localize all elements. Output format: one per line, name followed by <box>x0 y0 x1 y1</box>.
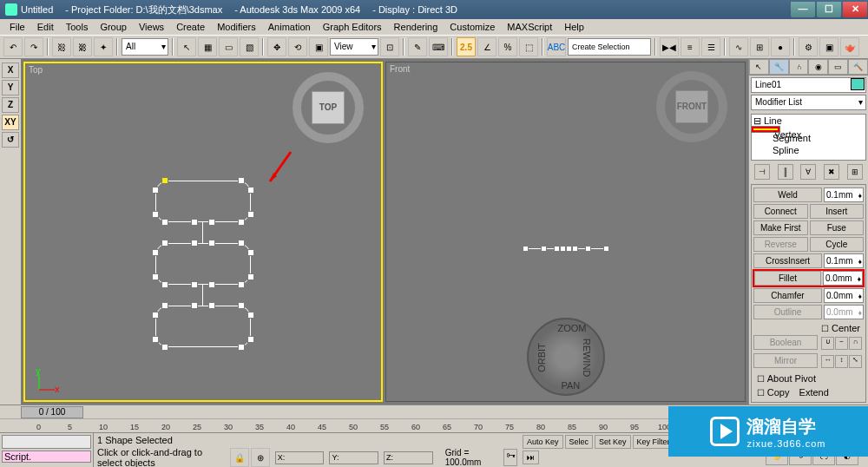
menu-grapheditors[interactable]: Graph Editors <box>317 22 388 32</box>
script-input[interactable]: Script. <box>2 451 91 463</box>
bool-sub-icon[interactable]: − <box>835 337 848 350</box>
menu-customize[interactable]: Customize <box>444 22 501 32</box>
pin-stack-button[interactable]: ⊣ <box>754 164 770 180</box>
anim-dropdown[interactable]: Selec <box>565 435 594 449</box>
fillet-button[interactable]: Fillet <box>754 271 821 286</box>
spinner-snap-button[interactable]: ⬚ <box>519 37 538 56</box>
axis-x-button[interactable]: X <box>2 62 19 78</box>
close-button[interactable]: ✕ <box>843 2 867 17</box>
coord-x[interactable] <box>275 451 325 464</box>
menu-rendering[interactable]: Rendering <box>388 22 444 32</box>
mirror-h-icon[interactable]: ↔ <box>821 355 834 368</box>
angle-snap-button[interactable]: ∠ <box>477 37 496 56</box>
pivot-button[interactable]: ⊡ <box>380 37 399 56</box>
menu-maxscript[interactable]: MAXScript <box>501 22 558 32</box>
menu-help[interactable]: Help <box>558 22 590 32</box>
aboutpivot-check[interactable]: ☐ About Pivot <box>753 372 864 385</box>
link-button[interactable]: ⛓ <box>52 37 71 56</box>
window-crossing-button[interactable]: ▧ <box>240 37 259 56</box>
mini-listener[interactable] <box>2 435 91 449</box>
modifier-list-dropdown[interactable]: Modifier List <box>751 95 866 110</box>
render-frame-button[interactable]: ▣ <box>819 37 838 56</box>
axis-y-button[interactable]: Y <box>2 80 19 95</box>
manip-button[interactable]: ✎ <box>408 37 427 56</box>
coord-z[interactable] <box>384 451 433 464</box>
cycle-button[interactable]: Cycle <box>810 237 865 252</box>
undo-button[interactable]: ↶ <box>3 37 23 56</box>
render-button[interactable]: 🫖 <box>840 37 859 56</box>
chamfer-spinner[interactable]: 0.0mm <box>824 288 864 303</box>
object-color-swatch[interactable] <box>851 78 865 90</box>
axis-cycle-button[interactable]: ↺ <box>2 132 19 148</box>
tab-create[interactable]: ↖ <box>749 59 769 75</box>
autokey-button[interactable]: Auto Key <box>523 435 563 449</box>
snap-button[interactable]: 2.5 <box>457 37 476 56</box>
minimize-button[interactable]: — <box>791 2 815 17</box>
unique-button[interactable]: ∀ <box>800 164 816 180</box>
menu-tools[interactable]: Tools <box>60 22 95 32</box>
schematic-button[interactable]: ⊞ <box>750 37 769 56</box>
select-name-button[interactable]: ▦ <box>198 37 217 56</box>
refcoord-dropdown[interactable]: View <box>330 38 378 56</box>
tab-modify[interactable]: 🔧 <box>769 59 789 75</box>
lock-sel-icon[interactable]: 🔒 <box>230 448 249 467</box>
tab-utilities[interactable]: 🔨 <box>848 59 868 75</box>
viewcube-front[interactable]: FRONT <box>656 71 727 142</box>
stack-spline[interactable]: Spline <box>752 144 865 156</box>
maximize-button[interactable]: ☐ <box>817 2 841 17</box>
percent-snap-button[interactable]: % <box>498 37 517 56</box>
selection-set-dropdown[interactable]: Create Selection Set <box>568 38 651 56</box>
key-lock-icon[interactable]: 🗝 <box>503 449 517 466</box>
bind-button[interactable]: ✦ <box>94 37 113 56</box>
bool-union-icon[interactable]: ∪ <box>821 337 834 350</box>
outline-spinner[interactable]: 0.0mm <box>824 305 864 319</box>
weld-button[interactable]: Weld <box>753 187 822 202</box>
align-button[interactable]: ≡ <box>681 37 700 56</box>
copy-check[interactable]: ☐ Copy Extend <box>753 385 864 399</box>
chamfer-button[interactable]: Chamfer <box>753 288 822 303</box>
menu-animation[interactable]: Animation <box>262 22 317 32</box>
mirror-v-icon[interactable]: ↕ <box>835 355 848 368</box>
layers-button[interactable]: ☰ <box>701 37 720 56</box>
menu-modifiers[interactable]: Modifiers <box>211 22 262 32</box>
object-name-field[interactable]: Line01 <box>751 77 866 93</box>
keymode-button[interactable]: ⌨ <box>429 37 448 56</box>
show-end-button[interactable]: ║ <box>778 164 793 180</box>
nsel-button[interactable]: ABC <box>547 37 566 56</box>
select-button[interactable]: ↖ <box>177 37 196 56</box>
viewport-top[interactable]: Top TOP <box>23 62 383 402</box>
stack-line[interactable]: Line <box>752 115 865 127</box>
render-setup-button[interactable]: ⚙ <box>799 37 818 56</box>
fillet-spinner[interactable]: 0.0mm <box>823 271 863 286</box>
abs-rel-icon[interactable]: ⊕ <box>251 448 270 467</box>
steering-wheel[interactable]: ZOOM PAN ORBIT REWIND <box>527 318 605 396</box>
scale-button[interactable]: ▣ <box>309 37 328 56</box>
axis-z-button[interactable]: Z <box>2 97 19 113</box>
stack-segment[interactable]: Segment <box>752 132 865 144</box>
mirror-tb-button[interactable]: ▶◀ <box>660 37 679 56</box>
coord-y[interactable] <box>329 451 378 464</box>
modifier-stack[interactable]: Line Vertex Segment Spline <box>751 114 866 161</box>
tab-display[interactable]: ▭ <box>828 59 848 75</box>
bool-int-icon[interactable]: ∩ <box>849 337 862 350</box>
tab-hierarchy[interactable]: ⑃ <box>789 59 809 75</box>
crossinsert-button[interactable]: CrossInsert <box>753 253 822 268</box>
fuse-button[interactable]: Fuse <box>810 220 865 235</box>
crossinsert-spinner[interactable]: 0.1mm <box>824 253 864 268</box>
rotate-button[interactable]: ⟲ <box>288 37 307 56</box>
redo-button[interactable]: ↷ <box>24 37 43 56</box>
makefirst-button[interactable]: Make First <box>753 220 808 235</box>
center-check[interactable]: ☐ Center <box>753 321 864 335</box>
menu-file[interactable]: File <box>3 22 31 32</box>
material-button[interactable]: ● <box>771 37 790 56</box>
setkey-button[interactable]: Set Key <box>595 435 631 449</box>
goto-end-button[interactable]: ⏭ <box>523 451 539 464</box>
curve-editor-button[interactable]: ∿ <box>729 37 748 56</box>
filter-dropdown[interactable]: All <box>122 38 168 56</box>
move-button[interactable]: ✥ <box>267 37 286 56</box>
menu-views[interactable]: Views <box>133 22 170 32</box>
remove-mod-button[interactable]: ✖ <box>824 164 839 180</box>
region-rect-button[interactable]: ▭ <box>219 37 238 56</box>
axis-xy-button[interactable]: XY <box>2 115 19 130</box>
mirror-b-icon[interactable]: ⤡ <box>849 355 862 368</box>
